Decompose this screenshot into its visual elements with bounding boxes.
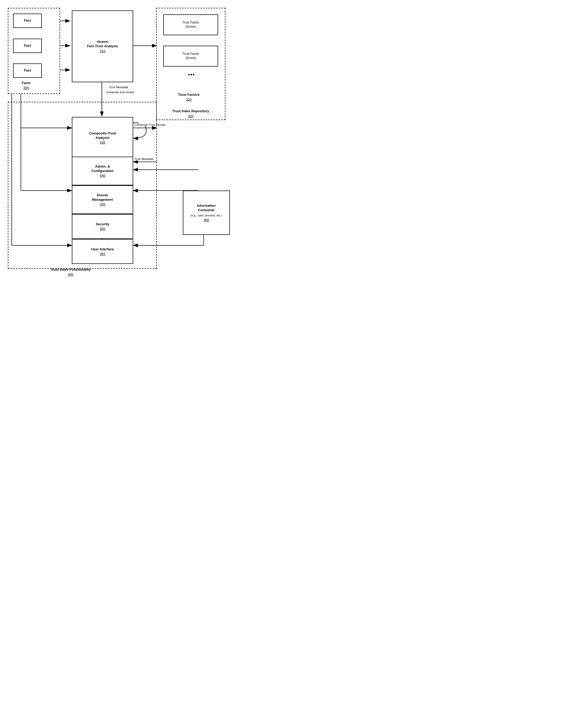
trust-factor-2-label: Trust Factor(Score)	[182, 52, 199, 60]
info-consumer-number: 360	[203, 218, 209, 222]
atomic-fact-number: 310	[100, 49, 105, 53]
trust-factor-2-box: Trust Factor(Score)	[163, 46, 218, 67]
diagram: Fact Fact Fact Facts 300 AtomicFact Trus…	[0, 0, 235, 287]
trust-index-functionality-label-group: Trust Index Functionality 305	[16, 267, 125, 277]
atomic-fact-box: AtomicFact Trust Analysis 310	[72, 10, 133, 82]
info-consumer-label: InformationConsumer	[197, 204, 216, 212]
trust-factor-1-box: Trust Factor(Score)	[163, 15, 218, 35]
atomic-fact-label: AtomicFact Trust Analysis	[87, 40, 118, 49]
fact-2-box: Fact	[13, 38, 42, 53]
trust-index-functionality-outer-box	[8, 102, 157, 269]
trust-factor-1-label: Trust Factor(Score)	[182, 21, 199, 29]
info-consumer-desc: (e.g., user, process, etc.)	[191, 213, 222, 217]
fact-1-label: Fact	[24, 19, 31, 23]
facts-number: 300	[15, 86, 38, 90]
fact-3-label: Fact	[24, 69, 31, 73]
facts-label-group: Facts 300	[15, 81, 38, 90]
trust-index-repo-label: Trust Index Repository	[159, 109, 222, 113]
trust-index-repo-label-group: Trust Index Repository 320	[159, 109, 222, 118]
facts-label: Facts	[15, 81, 38, 85]
trust-factors-label: Trust Factors	[169, 93, 208, 97]
trust-metadata-1-label: Trust Metadata	[108, 86, 129, 89]
fact-2-label: Fact	[24, 44, 31, 48]
fact-1-box: Fact	[13, 14, 42, 28]
info-consumer-box: InformationConsumer (e.g., user, process…	[183, 190, 230, 235]
trust-index-repo-number: 320	[159, 114, 222, 118]
trust-factors-label-group: Trust Factors 325	[169, 93, 208, 102]
fact-3-box: Fact	[13, 63, 42, 78]
trust-factors-number: 325	[169, 98, 208, 102]
trust-factor-dots: •••	[188, 72, 195, 78]
composite-trust-results-paren-label: (composite trust results)	[106, 91, 135, 94]
trust-index-functionality-number: 305	[16, 272, 125, 277]
